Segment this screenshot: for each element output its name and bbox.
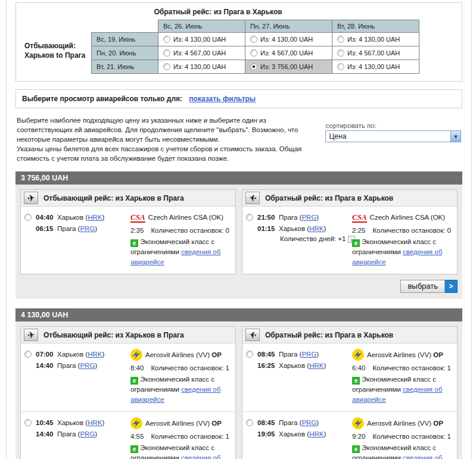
- flight-radio[interactable]: [246, 214, 253, 221]
- flight-option: 08:45Прага (PRG) 19:05Харьков (HRK) Aero…: [242, 411, 457, 459]
- matrix-price-cell[interactable]: Из: 4 130,00 UAH: [158, 60, 245, 74]
- airport-code-link[interactable]: PRG: [80, 430, 95, 438]
- flight-option: 04:40Харьков (HRK) 06:15Прага (PRG) CSAC…: [21, 207, 235, 274]
- return-column: ✈ Обратный рейс: из Прага в Харьков 21:5…: [242, 189, 458, 274]
- stops-count: Количество остановок: 1: [372, 364, 451, 371]
- departure-plane-icon: ✈: [24, 192, 38, 204]
- matrix-radio[interactable]: [163, 36, 170, 43]
- economy-class-icon: e: [130, 445, 138, 453]
- matrix-row-header: Пн, 20. Июнь: [92, 46, 158, 60]
- aerosvit-airlines-logo: [352, 417, 364, 429]
- airport-code-link[interactable]: HRK: [88, 351, 102, 358]
- matrix-price-cell[interactable]: Из: 4 130,00 UAH: [245, 33, 332, 46]
- flight-times: 21:50Прага (PRG) 01:15Харьков (HRK) Коли…: [257, 212, 348, 267]
- flight-times: 07:00Харьков (HRK) 14:40Прага (PRG): [36, 349, 126, 404]
- filter-label: Выберите просмотр авиарейсов только для:: [22, 95, 182, 103]
- csa-airlines-logo: CSA: [352, 213, 367, 223]
- economy-class-icon: e: [130, 239, 138, 247]
- airport-code-link[interactable]: PRG: [301, 419, 316, 426]
- flight-option: 07:00Харьков (HRK) 14:40Прага (PRG) Aero…: [21, 344, 235, 411]
- show-filters-link[interactable]: показать фильтры: [189, 95, 256, 103]
- matrix-title: Обратный рейс: из Прага в Харьков: [88, 8, 349, 16]
- stops-count: Количество остановок: 1: [372, 433, 451, 440]
- matrix-row-header: Вт, 21. Июнь: [92, 60, 158, 74]
- airline-name: Aerosvit Airlines (VV): [367, 420, 431, 427]
- airport-code-link[interactable]: HRK: [88, 214, 102, 221]
- matrix-radio[interactable]: [337, 63, 344, 70]
- matrix-radio[interactable]: [250, 36, 257, 43]
- matrix-col-header: Пн, 27. Июнь: [245, 20, 332, 33]
- matrix-table: Вс, 26. ИюньПн, 27. ИюньВт, 28. ИюньВс, …: [91, 20, 419, 74]
- select-button[interactable]: выбрать>: [400, 280, 458, 293]
- airport-code-link[interactable]: HRK: [309, 225, 323, 232]
- flight-times: 04:40Харьков (HRK) 06:15Прага (PRG): [36, 212, 126, 267]
- matrix-col-header: Вс, 26. Июнь: [158, 20, 245, 33]
- matrix-radio[interactable]: [337, 49, 344, 57]
- flight-duration: 2:35: [130, 227, 144, 234]
- airline-name: Czech Airlines CSA (OK): [370, 214, 446, 221]
- departure-plane-icon: ✈: [24, 329, 38, 341]
- flight-times: 10:45Харьков (HRK) 14:40Прага (PRG): [36, 417, 126, 459]
- matrix-price-label: Из: 4 130,00 UAH: [260, 36, 313, 43]
- flight-duration: 6:40: [352, 364, 365, 371]
- matrix-price-cell[interactable]: Из: 3 756,00 UAH: [245, 60, 332, 74]
- flight-airline-info: Aerosvit Airlines (VV) OP 4:55Количество…: [130, 417, 232, 459]
- flight-radio[interactable]: [246, 351, 253, 358]
- matrix-price-cell[interactable]: Из: 4 130,00 UAH: [332, 33, 419, 46]
- matrix-row-axis-label: Отбывающий: Харьков to Прага: [21, 20, 91, 74]
- matrix-price-cell[interactable]: Из: 4 130,00 UAH: [332, 60, 419, 74]
- airport-code-link[interactable]: HRK: [88, 419, 102, 426]
- flight-duration: 2:25: [352, 227, 365, 234]
- airport-code-link[interactable]: PRG: [80, 225, 95, 232]
- return-column-title: Обратный рейс: из Прага в Харьков: [265, 194, 393, 202]
- airline-suffix: OP: [211, 351, 222, 358]
- flight-airline-info: Aerosvit Airlines (VV) OP 6:40Количество…: [352, 349, 453, 404]
- matrix-radio[interactable]: [163, 63, 170, 70]
- flight-airline-info: Aerosvit Airlines (VV) OP 8:40Количество…: [130, 349, 232, 404]
- matrix-price-label: Из: 3 756,00 UAH: [260, 63, 313, 70]
- matrix-price-label: Из: 4 130,00 UAH: [173, 63, 226, 70]
- matrix-radio[interactable]: [163, 49, 170, 57]
- aerosvit-airlines-logo: [130, 417, 142, 429]
- airport-code-link[interactable]: PRG: [80, 362, 95, 369]
- sort-control: сортировать по: Цена ▾: [325, 115, 461, 163]
- arrow-right-icon: >: [445, 280, 458, 293]
- stops-count: Количество остановок: 0: [151, 227, 229, 234]
- airport-code-link[interactable]: PRG: [301, 351, 316, 358]
- airport-code-link[interactable]: HRK: [309, 430, 323, 438]
- outbound-column: ✈ Отбывающий рейс: из Харьков в Прага 07…: [20, 326, 236, 459]
- stops-count: Количество остановок: 1: [151, 433, 229, 440]
- economy-class-icon: e: [352, 445, 360, 453]
- flight-radio[interactable]: [246, 419, 253, 426]
- outbound-column-title: Отбывающий рейс: из Харьков в Прага: [43, 194, 184, 202]
- matrix-price-label: Из: 4 130,00 UAH: [347, 63, 400, 70]
- csa-airlines-logo: CSA: [130, 213, 145, 223]
- return-column-title: Обратный рейс: из Прага в Харьков: [265, 331, 393, 339]
- economy-class-icon: e: [352, 239, 360, 247]
- flight-radio[interactable]: [24, 214, 32, 221]
- intro-paragraph-2: Указаны цены билетов для всех пассажиров…: [17, 144, 312, 163]
- airline-name: Aerosvit Airlines (VV): [367, 351, 431, 358]
- sort-select[interactable]: Цена ▾: [325, 130, 461, 142]
- sort-label: сортировать по:: [325, 122, 461, 129]
- matrix-price-cell[interactable]: Из: 4 567,00 UAH: [158, 46, 245, 60]
- matrix-price-cell[interactable]: Из: 4 567,00 UAH: [245, 46, 332, 60]
- stops-count: Количество остановок: 0: [372, 227, 451, 234]
- airport-code-link[interactable]: PRG: [301, 214, 316, 221]
- flight-times: 08:45Прага (PRG) 16:25Харьков (HRK): [257, 349, 348, 404]
- matrix-price-label: Из: 4 130,00 UAH: [173, 36, 226, 43]
- return-plane-icon: ✈: [245, 192, 260, 204]
- matrix-radio[interactable]: [337, 36, 344, 43]
- matrix-price-cell[interactable]: Из: 4 130,00 UAH: [158, 33, 245, 46]
- price-header: 4 130,00 UAH: [15, 308, 462, 321]
- stops-count: Количество остановок: 1: [151, 364, 229, 371]
- matrix-radio[interactable]: [250, 63, 257, 70]
- flight-radio[interactable]: [24, 351, 32, 358]
- flight-radio[interactable]: [24, 419, 32, 426]
- matrix-price-label: Из: 4 130,00 UAH: [347, 36, 400, 43]
- matrix-price-cell[interactable]: Из: 4 567,00 UAH: [332, 46, 419, 60]
- airline-name: Aerosvit Airlines (VV): [145, 351, 210, 358]
- fare-matrix: Обратный рейс: из Прага в Харьков Отбыва…: [15, 2, 462, 82]
- airport-code-link[interactable]: HRK: [309, 362, 323, 369]
- matrix-radio[interactable]: [250, 49, 257, 57]
